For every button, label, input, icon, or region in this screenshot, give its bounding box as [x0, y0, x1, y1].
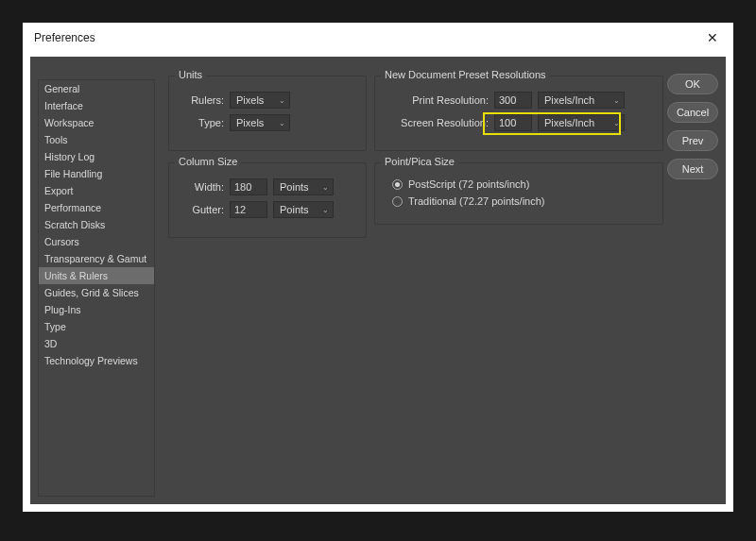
screen-res-unit-value: Pixels/Inch	[544, 117, 594, 128]
print-res-unit-value: Pixels/Inch	[544, 94, 594, 106]
screen-res-label: Screen Resolution:	[385, 117, 489, 128]
radio-icon	[392, 196, 403, 207]
gutter-label: Gutter:	[179, 204, 224, 215]
sidebar-item[interactable]: Tools	[39, 131, 154, 148]
column-size-group: Column Size Width: Points ⌄ Gutter:	[168, 162, 367, 238]
chevron-down-icon: ⌄	[613, 96, 620, 105]
sidebar-item[interactable]: Technology Previews	[39, 352, 154, 369]
newdoc-group: New Document Preset Resolutions Print Re…	[374, 76, 663, 151]
sidebar-item[interactable]: Interface	[39, 97, 154, 114]
print-res-input[interactable]	[494, 92, 532, 109]
postscript-radio-row[interactable]: PostScript (72 points/inch)	[392, 178, 653, 190]
type-value: Pixels	[236, 117, 264, 128]
preferences-window: Preferences ✕ GeneralInterfaceWorkspaceT…	[23, 23, 733, 512]
pointpica-group-title: Point/Pica Size	[381, 156, 458, 167]
titlebar: Preferences ✕	[23, 23, 733, 53]
type-select[interactable]: Pixels ⌄	[230, 114, 290, 131]
rulers-select[interactable]: Pixels ⌄	[230, 92, 290, 109]
cancel-button[interactable]: Cancel	[667, 102, 718, 123]
width-unit-value: Points	[280, 181, 309, 193]
sidebar-item[interactable]: Cursors	[39, 233, 154, 250]
button-column: OK Cancel Prev Next	[667, 57, 726, 504]
sidebar-item[interactable]: Plug-Ins	[39, 301, 154, 318]
sidebar-item[interactable]: History Log	[39, 148, 154, 165]
rulers-label: Rulers:	[179, 94, 224, 106]
sidebar-item[interactable]: Units & Rulers	[39, 267, 154, 284]
sidebar-item[interactable]: Workspace	[39, 114, 154, 131]
prev-button[interactable]: Prev	[667, 130, 718, 151]
units-group-title: Units	[175, 69, 206, 80]
chevron-down-icon: ⌄	[279, 119, 285, 127]
dialog-body: GeneralInterfaceWorkspaceToolsHistory Lo…	[30, 57, 726, 504]
chevron-down-icon: ⌄	[322, 183, 329, 192]
width-unit-select[interactable]: Points ⌄	[273, 178, 334, 195]
sidebar: GeneralInterfaceWorkspaceToolsHistory Lo…	[38, 79, 155, 497]
sidebar-item[interactable]: General	[39, 80, 154, 97]
close-icon[interactable]: ✕	[703, 30, 722, 45]
traditional-label: Traditional (72.27 points/inch)	[408, 195, 545, 207]
gutter-input[interactable]	[230, 201, 267, 218]
chevron-down-icon: ⌄	[279, 96, 285, 105]
radio-icon	[392, 179, 403, 190]
print-res-label: Print Resolution:	[385, 94, 489, 106]
units-group: Units Rulers: Pixels ⌄ Type: Pixels ⌄	[168, 76, 367, 151]
screen-res-unit-select[interactable]: Pixels/Inch ⌄	[538, 114, 625, 131]
chevron-down-icon: ⌄	[322, 206, 329, 214]
column-size-group-title: Column Size	[175, 156, 241, 167]
width-label: Width:	[179, 181, 224, 193]
sidebar-item[interactable]: Scratch Disks	[39, 216, 154, 233]
traditional-radio-row[interactable]: Traditional (72.27 points/inch)	[392, 195, 653, 207]
screen-res-input[interactable]	[494, 114, 532, 131]
sidebar-item[interactable]: Export	[39, 182, 154, 199]
window-title: Preferences	[34, 31, 95, 44]
sidebar-item[interactable]: Type	[39, 318, 154, 335]
print-res-unit-select[interactable]: Pixels/Inch ⌄	[538, 92, 625, 109]
gutter-unit-select[interactable]: Points ⌄	[273, 201, 334, 218]
gutter-unit-value: Points	[280, 204, 309, 215]
sidebar-item[interactable]: Transparency & Gamut	[39, 250, 154, 267]
pointpica-group: Point/Pica Size PostScript (72 points/in…	[374, 162, 663, 225]
type-label: Type:	[179, 117, 224, 128]
postscript-label: PostScript (72 points/inch)	[408, 178, 529, 190]
main-panel: Units Rulers: Pixels ⌄ Type: Pixels ⌄	[159, 57, 667, 504]
sidebar-item[interactable]: File Handling	[39, 165, 154, 182]
width-input[interactable]	[230, 178, 267, 195]
newdoc-group-title: New Document Preset Resolutions	[381, 69, 550, 80]
chevron-down-icon: ⌄	[613, 119, 620, 127]
rulers-value: Pixels	[236, 94, 264, 106]
sidebar-item[interactable]: 3D	[39, 335, 154, 352]
sidebar-item[interactable]: Performance	[39, 199, 154, 216]
sidebar-item[interactable]: Guides, Grid & Slices	[39, 284, 154, 301]
next-button[interactable]: Next	[667, 159, 718, 179]
ok-button[interactable]: OK	[667, 74, 718, 94]
